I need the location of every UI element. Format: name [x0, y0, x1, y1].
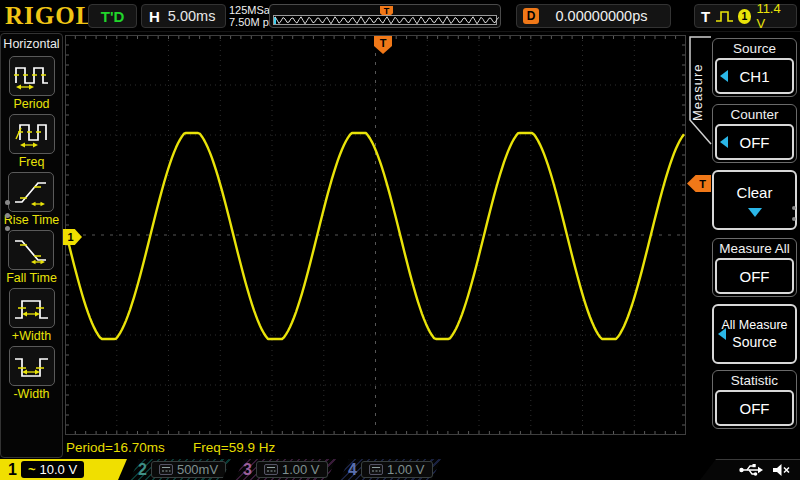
channel-1-scale: 10.0 V: [40, 462, 78, 477]
period-readout: Period=16.70ms: [66, 440, 165, 455]
trigger-status-text: T'D: [101, 8, 125, 25]
fall-time-label: Fall Time: [6, 271, 57, 285]
waveform-memory-preview[interactable]: T: [269, 4, 501, 28]
statistic-value-button[interactable]: OFF: [715, 390, 794, 426]
fall-time-button[interactable]: [8, 230, 54, 270]
freq-label: Freq: [19, 155, 45, 169]
freq-button[interactable]: [9, 114, 55, 154]
menu-item-freq[interactable]: Freq: [9, 114, 55, 169]
menu-item-clear[interactable]: Clear: [712, 170, 797, 230]
measure-all-value: OFF: [740, 268, 770, 285]
channel-1-number: 1: [8, 461, 17, 479]
menu-item-measure-all[interactable]: Measure All OFF: [712, 238, 797, 297]
statistic-value: OFF: [740, 400, 770, 417]
system-status-block: [700, 459, 800, 480]
menu-item-minus-width[interactable]: -Width: [9, 346, 55, 401]
dc-coupling-icon: [159, 464, 173, 475]
measurement-readouts: Period=16.70ms Freq=59.9 Hz: [0, 440, 686, 458]
period-label: Period: [13, 97, 49, 111]
preview-wave: [275, 15, 499, 26]
fall-time-icon: [11, 235, 51, 265]
top-status-bar: RIGOL T'D H 5.00ms 125MSa/s 7.50M pts T …: [0, 0, 800, 32]
all-measure-label: All Measure: [722, 318, 788, 332]
counter-value-button[interactable]: OFF: [715, 124, 794, 160]
left-menu-horizontal: Horizontal Period: [0, 33, 63, 458]
trigger-level-value: 11.4 V: [756, 1, 790, 31]
channel-3-block[interactable]: 3 1.00 V: [235, 459, 336, 480]
menu-item-rise-time[interactable]: Rise Time: [4, 172, 60, 227]
channel-2-number: 2: [138, 461, 147, 479]
counter-value: OFF: [740, 134, 770, 151]
channel-4-block[interactable]: 4 1.00 V: [340, 459, 441, 480]
chevron-left-icon: [720, 136, 728, 148]
freq-icon: [12, 119, 52, 149]
menu-item-all-measure-source[interactable]: All Measure Source: [712, 304, 797, 364]
menu-item-source[interactable]: Source CH1: [712, 38, 797, 97]
left-menu-title: Horizontal: [3, 37, 59, 51]
channel-1-block[interactable]: 1 ~ 10.0 V: [0, 459, 127, 480]
rise-time-button[interactable]: [8, 172, 54, 212]
h-label: H: [149, 8, 160, 25]
measure-tab-label: Measure: [690, 42, 705, 142]
channel-status-bar: 1 ~ 10.0 V 2 500mV 3 1.00 V: [0, 459, 800, 480]
rise-time-icon: [11, 177, 51, 207]
trigger-edge-icon: [715, 8, 732, 25]
right-menu-page-dots: [792, 206, 796, 221]
menu-item-statistic[interactable]: Statistic OFF: [712, 370, 797, 429]
measure-menu-tab: Measure: [684, 36, 712, 148]
trigger-status-badge: T'D: [88, 4, 137, 28]
trigger-source-badge: 1: [738, 9, 752, 24]
chevron-down-icon: [748, 208, 762, 217]
rise-time-label: Rise Time: [4, 213, 60, 227]
statistic-label: Statistic: [715, 372, 794, 390]
usb-icon: [739, 463, 763, 477]
measure-all-value-button[interactable]: OFF: [715, 258, 794, 294]
preview-strip: [273, 15, 497, 25]
channel-4-number: 4: [348, 461, 357, 479]
source-value: CH1: [739, 68, 769, 85]
timebase-value: 5.00ms: [168, 8, 216, 24]
freq-readout: Freq=59.9 Hz: [193, 440, 275, 455]
measure-all-label: Measure All: [715, 240, 794, 258]
plus-width-icon: [12, 293, 52, 323]
oscilloscope-screen: RIGOL T'D H 5.00ms 125MSa/s 7.50M pts T …: [0, 0, 800, 480]
trigger-label: T: [701, 8, 710, 25]
channel-3-number: 3: [243, 461, 252, 479]
minus-width-label: -Width: [13, 387, 49, 401]
source-label: Source: [715, 40, 794, 58]
dc-coupling-icon: [369, 464, 383, 475]
all-measure-source-value: Source: [732, 334, 776, 350]
minus-width-button[interactable]: [9, 346, 55, 386]
plus-width-label: +Width: [12, 329, 51, 343]
ac-coupling-icon: ~: [28, 465, 36, 475]
menu-item-counter[interactable]: Counter OFF: [712, 104, 797, 163]
period-button[interactable]: [9, 56, 55, 96]
horizontal-timebase-box[interactable]: H 5.00ms: [141, 4, 226, 28]
dc-coupling-icon: [264, 464, 278, 475]
trigger-info-box[interactable]: T 1 11.4 V: [694, 4, 797, 28]
channel-2-block[interactable]: 2 500mV: [130, 459, 231, 480]
plus-width-button[interactable]: [9, 288, 55, 328]
channel-2-scale: 500mV: [177, 462, 218, 477]
clear-label: Clear: [737, 184, 773, 201]
channel-4-scale: 1.00 V: [387, 462, 425, 477]
speaker-muted-icon: [772, 463, 790, 477]
delay-label-icon: D: [523, 8, 539, 24]
chevron-left-icon: [718, 328, 726, 340]
chevron-left-icon: [720, 70, 728, 82]
delay-box[interactable]: D 0.00000000ps: [516, 4, 671, 28]
menu-item-period[interactable]: Period: [9, 56, 55, 111]
counter-label: Counter: [715, 106, 794, 124]
channel-3-scale: 1.00 V: [282, 462, 320, 477]
left-menu-page-dots: [5, 200, 10, 231]
period-icon: [12, 61, 52, 91]
rigol-logo: RIGOL: [5, 2, 93, 30]
trigger-level-marker[interactable]: T: [687, 175, 711, 192]
menu-item-plus-width[interactable]: +Width: [9, 288, 55, 343]
graticule: [65, 35, 686, 435]
source-value-button[interactable]: CH1: [715, 58, 794, 94]
delay-value: 0.00000000ps: [539, 8, 664, 24]
menu-item-fall-time[interactable]: Fall Time: [6, 230, 57, 285]
minus-width-icon: [12, 351, 52, 381]
